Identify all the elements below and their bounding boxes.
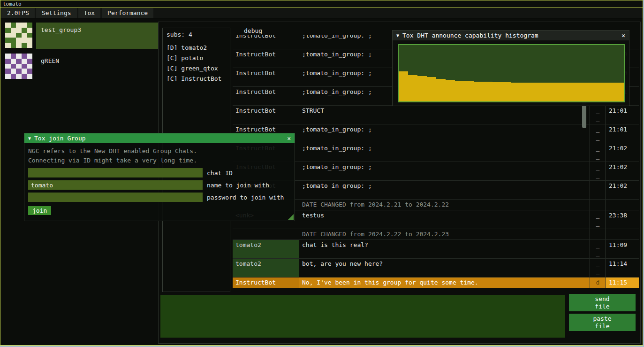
- menu-item-settings[interactable]: Settings: [36, 8, 77, 18]
- sub-item[interactable]: [C] potato: [163, 53, 230, 63]
- paste-file-button[interactable]: paste file: [569, 314, 636, 331]
- dht-histogram-titlebar[interactable]: ▼ Tox DHT announce capability histogram …: [393, 31, 629, 40]
- message-status: _ _: [590, 106, 606, 124]
- histogram-bar: [483, 82, 492, 101]
- message-text: ;tomato_in_group: ;: [299, 181, 590, 199]
- message-time: [606, 200, 639, 210]
- password-to-join-with-input[interactable]: [28, 193, 203, 202]
- histogram-bar: [408, 75, 417, 101]
- histogram-bar: [568, 83, 577, 101]
- field-label: name to join with: [207, 182, 269, 189]
- menu-item-performance[interactable]: Performance: [102, 8, 153, 18]
- group-item-gREEN[interactable]: gREEN: [3, 54, 158, 80]
- message-status: [590, 200, 606, 210]
- histogram-bar: [455, 81, 464, 101]
- message-text: chat is this real?: [299, 240, 590, 258]
- message-sender: InstructBot: [233, 49, 299, 68]
- group-list: test_group3gREEN: [3, 23, 158, 85]
- message-row[interactable]: InstructBotSTRUCT_ _21:01: [233, 105, 639, 124]
- message-time: 11:15: [606, 278, 639, 288]
- join-fields: chat IDname to join withpassword to join…: [28, 168, 291, 202]
- histogram-bar: [436, 79, 446, 101]
- join-group-window: ▼ Tox join Group ✕ NGC refers to the New…: [24, 133, 295, 221]
- group-avatar-icon: [5, 54, 32, 79]
- message-time: 23:38: [606, 210, 639, 229]
- join-description-line1: NGC refers to the New DHT enabled Group …: [28, 147, 291, 156]
- group-name: test_group3: [41, 26, 81, 33]
- sub-item[interactable]: [D] tomato2: [163, 43, 230, 53]
- message-status: d: [590, 278, 606, 288]
- message-time: 21:01: [606, 124, 639, 143]
- message-sender: InstructBot: [233, 87, 299, 105]
- message-status: _ _: [590, 143, 606, 162]
- close-icon[interactable]: ✕: [621, 32, 625, 39]
- histogram-bar: [474, 82, 483, 101]
- app-window: tomato 2.0FPS SettingsToxPerformance tes…: [0, 0, 643, 346]
- message-input[interactable]: [160, 295, 565, 338]
- message-sender: InstructBot: [233, 68, 299, 86]
- message-sender: InstructBot: [233, 106, 299, 124]
- message-status: _ _: [590, 124, 606, 143]
- message-status: _ _: [590, 240, 606, 258]
- histogram-bar: [605, 83, 614, 101]
- join-description-line2: Connecting via ID might take a very long…: [28, 156, 291, 165]
- histogram-bar: [399, 71, 408, 101]
- message-sender: tomato2: [233, 240, 299, 258]
- message-time: 21:01: [606, 106, 639, 124]
- histogram-plot: [398, 44, 625, 102]
- message-text: bot, are you new here?: [299, 259, 590, 277]
- send-file-button[interactable]: send file: [569, 294, 636, 311]
- message-time: 21:02: [606, 162, 639, 180]
- subs-list: [D] tomato2[C] potato[C] green_qtox[C] I…: [163, 43, 230, 84]
- message-row[interactable]: tomato2chat is this real?_ _11:09: [233, 239, 639, 258]
- histogram-bar: [502, 82, 511, 101]
- message-text: ;tomato_in_group: ;: [299, 162, 590, 180]
- message-status: _ _: [590, 181, 606, 199]
- message-text: testus: [299, 210, 590, 229]
- histogram-bar: [549, 83, 558, 101]
- histogram-bar: [596, 83, 605, 101]
- join-group-title: Tox join Group: [34, 135, 86, 142]
- sub-item[interactable]: [C] InstructBot: [163, 74, 230, 84]
- menu-item-tox[interactable]: Tox: [78, 8, 100, 18]
- histogram-bar: [427, 77, 436, 101]
- field-label: password to join with: [207, 194, 284, 201]
- resize-grip[interactable]: [288, 214, 294, 220]
- message-text: No, I've been in this group for quite so…: [299, 278, 590, 288]
- histogram-bar: [464, 81, 474, 101]
- message-text: STRUCT: [299, 106, 590, 124]
- subs-count: subs: 4: [163, 31, 230, 43]
- chat-ID-input[interactable]: [28, 168, 203, 177]
- histogram-bar: [521, 83, 530, 101]
- histogram-bar: [577, 83, 586, 101]
- date-separator-row[interactable]: DATE CHANGED from 2024.2.22 to 2024.2.23: [233, 229, 639, 239]
- dht-histogram-title: Tox DHT announce capability histogram: [402, 32, 538, 39]
- collapse-arrow-icon[interactable]: ▼: [396, 33, 399, 38]
- group-name: gREEN: [41, 57, 59, 64]
- histogram-bar: [492, 82, 502, 101]
- name-to-join-with-input[interactable]: [28, 180, 203, 190]
- histogram-bar: [417, 76, 427, 101]
- message-status: _ _: [590, 210, 606, 229]
- menu-bar: 2.0FPS SettingsToxPerformance: [0, 8, 643, 19]
- message-time: 21:02: [606, 181, 639, 199]
- sub-item[interactable]: [C] green_qtox: [163, 63, 230, 74]
- histogram-bar: [530, 83, 539, 101]
- histogram-bar: [614, 83, 624, 101]
- tab-debug[interactable]: debug: [244, 27, 262, 34]
- join-group-titlebar[interactable]: ▼ Tox join Group ✕: [24, 133, 295, 143]
- window-titlebar[interactable]: tomato: [0, 0, 643, 8]
- close-icon[interactable]: ✕: [287, 135, 291, 142]
- histogram-bar: [446, 80, 455, 101]
- join-group-body: NGC refers to the New DHT enabled Group …: [24, 143, 295, 218]
- message-row[interactable]: tomato2bot, are you new here?_ _11:14: [233, 258, 639, 277]
- collapse-arrow-icon[interactable]: ▼: [28, 136, 31, 141]
- window-title: tomato: [3, 1, 22, 7]
- message-row[interactable]: InstructBotNo, I've been in this group f…: [233, 277, 639, 288]
- join-button[interactable]: join: [28, 206, 51, 215]
- message-time: 11:14: [606, 259, 639, 277]
- histogram-bar: [558, 83, 568, 101]
- histogram-bar: [539, 83, 549, 101]
- group-item-test_group3[interactable]: test_group3: [3, 23, 158, 49]
- menu-items: SettingsToxPerformance: [36, 8, 153, 18]
